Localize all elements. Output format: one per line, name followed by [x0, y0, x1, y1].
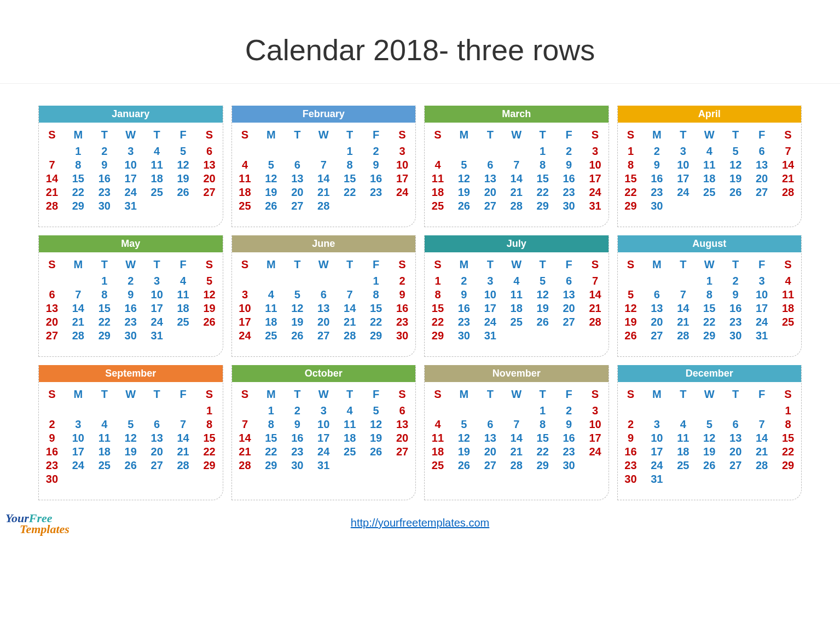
empty-cell	[722, 404, 749, 418]
empty-cell	[389, 459, 415, 472]
day-cell: 11	[670, 431, 696, 445]
day-cell: 25	[91, 459, 118, 472]
dow-header: T	[477, 388, 503, 404]
day-cell: 6	[284, 158, 310, 172]
day-cell: 11	[696, 158, 722, 172]
dow-header: S	[425, 128, 451, 145]
day-cell: 8	[618, 158, 644, 172]
day-cell: 13	[196, 158, 223, 172]
empty-cell	[775, 472, 801, 486]
day-cell: 27	[644, 329, 670, 343]
day-cell: 9	[644, 158, 670, 172]
empty-cell	[118, 404, 144, 418]
empty-cell	[749, 199, 775, 213]
dow-header: M	[65, 128, 91, 145]
day-cell: 1	[363, 274, 389, 288]
day-cell: 16	[618, 445, 644, 459]
day-cell: 4	[503, 274, 530, 288]
dow-header: S	[618, 128, 644, 145]
day-cell: 21	[232, 445, 258, 459]
day-cell: 16	[39, 445, 65, 459]
month-header: January	[39, 106, 223, 123]
day-cell: 25	[170, 315, 196, 329]
day-cell: 21	[170, 445, 196, 459]
empty-cell	[310, 145, 337, 158]
day-cell: 29	[530, 199, 556, 213]
day-cell: 22	[258, 445, 284, 459]
month-header: July	[425, 235, 609, 252]
day-cell: 3	[477, 274, 503, 288]
day-cell: 8	[91, 288, 118, 302]
empty-cell	[65, 472, 91, 486]
day-cell: 23	[389, 315, 415, 329]
empty-cell	[722, 472, 749, 486]
day-cell: 27	[477, 459, 503, 472]
dow-header: W	[503, 388, 530, 404]
day-cell: 6	[749, 145, 775, 158]
month-header: April	[618, 106, 802, 123]
day-cell: 22	[618, 186, 644, 199]
dow-header: F	[170, 388, 196, 404]
month-box: JuneSMTWTFS12345678910111213141516171819…	[231, 235, 416, 357]
day-cell: 23	[722, 315, 749, 329]
dow-header: S	[775, 258, 801, 274]
day-cell: 6	[310, 288, 337, 302]
day-cell: 15	[91, 302, 118, 315]
day-cell: 13	[477, 172, 503, 186]
day-cell: 21	[39, 186, 65, 199]
day-cell: 19	[170, 172, 196, 186]
empty-cell	[556, 329, 582, 343]
day-cell: 20	[310, 315, 337, 329]
empty-cell	[65, 404, 91, 418]
day-cell: 14	[232, 431, 258, 445]
day-cell: 23	[451, 315, 477, 329]
day-cell: 26	[284, 329, 310, 343]
dow-header: T	[670, 388, 696, 404]
empty-cell	[670, 472, 696, 486]
day-cell: 25	[775, 315, 801, 329]
source-link[interactable]: http://yourfreetemplates.com	[351, 517, 489, 529]
day-cell: 1	[65, 145, 91, 158]
day-cell: 5	[284, 288, 310, 302]
dow-header: S	[39, 388, 65, 404]
day-cell: 16	[118, 302, 144, 315]
day-cell: 29	[258, 459, 284, 472]
brand-logo: YourFree Templates	[5, 513, 69, 535]
day-cell: 26	[722, 186, 749, 199]
day-cell: 30	[556, 459, 582, 472]
empty-cell	[337, 459, 363, 472]
day-cell: 8	[775, 418, 801, 431]
day-cell: 27	[477, 199, 503, 213]
day-cell: 26	[363, 445, 389, 459]
day-cell: 14	[65, 302, 91, 315]
day-cell: 17	[118, 172, 144, 186]
day-cell: 15	[696, 302, 722, 315]
month-box: JanuarySMTWTFS12345678910111213141516171…	[38, 106, 223, 227]
day-cell: 23	[284, 445, 310, 459]
day-cell: 24	[582, 186, 609, 199]
day-cell: 6	[144, 418, 170, 431]
day-cell: 10	[644, 431, 670, 445]
dow-header: M	[451, 258, 477, 274]
day-cell: 29	[425, 329, 451, 343]
day-cell: 24	[644, 459, 670, 472]
dow-header: S	[196, 388, 223, 404]
footer: YourFree Templates http://yourfreetempla…	[0, 517, 840, 540]
day-cell: 5	[618, 288, 644, 302]
day-cell: 1	[337, 145, 363, 158]
month-header: November	[425, 365, 609, 382]
day-cell: 25	[144, 186, 170, 199]
day-cell: 27	[722, 459, 749, 472]
day-cell: 6	[196, 145, 223, 158]
dow-header: S	[425, 258, 451, 274]
day-cell: 8	[530, 158, 556, 172]
day-cell: 26	[170, 186, 196, 199]
day-cell: 2	[556, 145, 582, 158]
empty-cell	[91, 404, 118, 418]
day-cell: 27	[284, 199, 310, 213]
day-cell: 16	[722, 302, 749, 315]
day-cell: 22	[425, 315, 451, 329]
day-cell: 10	[582, 158, 609, 172]
dow-header: W	[118, 388, 144, 404]
day-cell: 1	[425, 274, 451, 288]
